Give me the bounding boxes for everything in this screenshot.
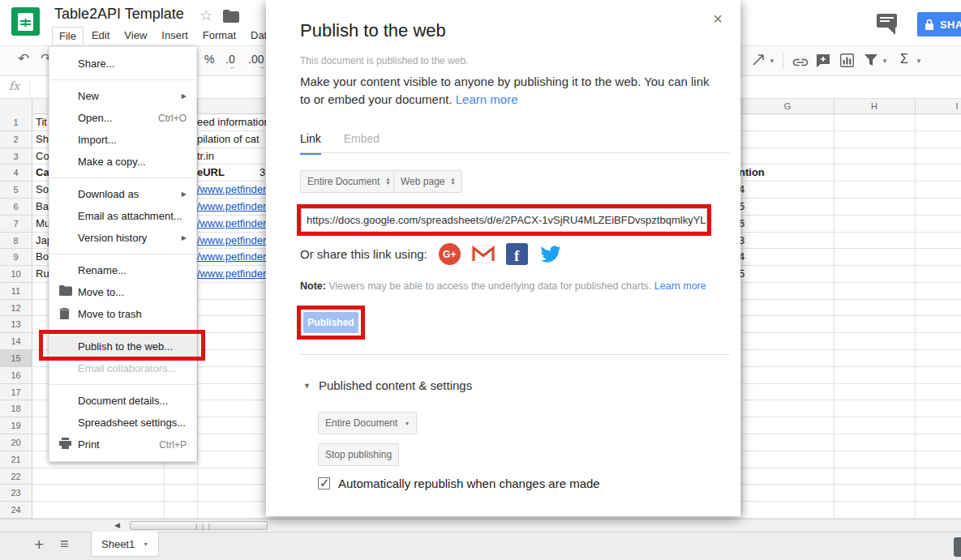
menubar-item-file[interactable]: File	[52, 27, 84, 45]
row-header-8[interactable]: 8	[0, 233, 32, 250]
share-button[interactable]: SHARE	[917, 12, 961, 36]
row-header-17[interactable]: 17	[0, 384, 32, 401]
cell-text: /www.petfinder	[197, 216, 266, 233]
horizontal-scrollbar[interactable]: ◀ ❘❘❘	[0, 519, 961, 532]
filter-icon[interactable]	[864, 54, 877, 68]
sheet-tab-sheet1[interactable]: Sheet1 ▼	[91, 532, 159, 557]
close-icon[interactable]: ×	[713, 10, 723, 28]
row-header-4[interactable]: 4	[0, 165, 32, 182]
undo-icon[interactable]: ↶	[18, 50, 29, 67]
column-header-i[interactable]: I	[955, 101, 958, 111]
menu-item-move-to-trash[interactable]: Move to trash	[49, 303, 196, 325]
insert-link-icon[interactable]	[792, 56, 809, 69]
row-header-24[interactable]: 24	[0, 502, 32, 519]
note-learn-more-link[interactable]: Learn more	[654, 280, 706, 292]
row-header-9[interactable]: 9	[0, 249, 32, 266]
row-header-20[interactable]: 20	[0, 434, 32, 451]
menu-item-make-a-copy[interactable]: Make a copy...	[49, 151, 196, 173]
all-sheets-icon[interactable]: ≡	[60, 536, 69, 553]
menu-item-open[interactable]: Open...Ctrl+O	[49, 107, 196, 129]
cell-text: Bo	[36, 249, 49, 266]
functions-icon[interactable]: Σ	[900, 52, 908, 66]
content-scope-selector[interactable]: Entire Document ▼	[318, 412, 417, 434]
cell-text: 3	[739, 233, 771, 250]
menu-item-version-history[interactable]: Version history▶	[49, 227, 196, 249]
column-header-g[interactable]: G	[784, 101, 792, 111]
row-header-15[interactable]: 15	[0, 350, 32, 367]
row-header-7[interactable]: 7	[0, 216, 32, 233]
tab-link[interactable]: Link	[300, 132, 321, 155]
filter-caret-icon[interactable]: ▼	[882, 58, 888, 65]
format-selector[interactable]: Web page ▲▼	[393, 170, 462, 193]
row-header-3[interactable]: 3	[0, 148, 32, 165]
add-sheet-icon[interactable]: +	[34, 535, 44, 554]
menubar-item-view[interactable]: View	[118, 27, 153, 45]
menubar-item-format[interactable]: Format	[196, 27, 242, 45]
note-label: Note:	[300, 280, 326, 292]
tab-embed[interactable]: Embed	[344, 132, 380, 155]
google-plus-icon[interactable]: G+	[439, 243, 461, 265]
menu-item-label: Make a copy...	[78, 156, 146, 168]
row-header-16[interactable]: 16	[0, 367, 32, 384]
menu-item-print[interactable]: PrintCtrl+P	[49, 434, 196, 455]
insert-chart-icon[interactable]	[840, 53, 854, 70]
column-header-h[interactable]: H	[871, 101, 877, 111]
row-header-12[interactable]: 12	[0, 300, 32, 317]
scope-selector[interactable]: Entire Document ▲▼	[300, 170, 397, 193]
insert-comment-icon[interactable]	[816, 53, 830, 71]
row-header-11[interactable]: 11	[0, 283, 32, 300]
menubar-item-edit[interactable]: Edit	[85, 27, 116, 45]
menu-item-import[interactable]: Import...	[49, 129, 196, 151]
menu-item-move-to[interactable]: Move to...	[49, 281, 196, 303]
row-header-6[interactable]: 6	[0, 199, 32, 216]
row-header-19[interactable]: 19	[0, 417, 32, 434]
comments-icon[interactable]	[877, 14, 897, 28]
explore-button[interactable]	[954, 537, 961, 557]
row-header-2[interactable]: 2	[0, 131, 32, 148]
menubar-item-insert[interactable]: Insert	[155, 27, 195, 45]
sheets-logo-icon[interactable]	[11, 7, 40, 36]
row-header-22[interactable]: 22	[0, 468, 32, 485]
menu-item-publish-to-the-web[interactable]: Publish to the web...	[49, 336, 196, 357]
menu-item-document-details[interactable]: Document details...	[49, 390, 196, 412]
move-folder-icon[interactable]	[223, 10, 239, 26]
sheet-tab-caret-icon[interactable]: ▼	[143, 541, 148, 547]
row-header-5[interactable]: 5	[0, 182, 32, 199]
menu-item-spreadsheet-settings[interactable]: Spreadsheet settings...	[49, 412, 196, 434]
format-percent-icon[interactable]: %	[204, 53, 214, 66]
document-title[interactable]: Table2API Template	[54, 6, 184, 23]
row-header-21[interactable]: 21	[0, 451, 32, 468]
learn-more-link[interactable]: Learn more	[456, 92, 518, 106]
row-header-1[interactable]: 1	[0, 114, 32, 131]
menu-item-email-as-attachment[interactable]: Email as attachment...	[49, 205, 196, 227]
menu-item-new[interactable]: New▶	[49, 85, 196, 107]
menu-item-download-as[interactable]: Download as▶	[49, 183, 196, 205]
text-rotation-icon[interactable]	[753, 54, 766, 68]
scrollbar-thumb[interactable]: ❘❘❘	[130, 521, 268, 530]
auto-republish-checkbox[interactable]: ✓	[318, 477, 330, 489]
row-header-23[interactable]: 23	[0, 485, 32, 502]
menu-item-label: Document details...	[78, 395, 168, 407]
menu-item-rename[interactable]: Rename...	[49, 259, 196, 281]
stop-publishing-button[interactable]: Stop publishing	[318, 443, 399, 466]
gmail-icon[interactable]	[471, 245, 496, 263]
publish-url-field[interactable]: https://docs.google.com/spreadsheets/d/e…	[301, 208, 707, 232]
menu-divider	[49, 177, 196, 178]
functions-caret-icon[interactable]: ▼	[916, 58, 922, 65]
row-header-18[interactable]: 18	[0, 400, 32, 417]
row-header-14[interactable]: 14	[0, 333, 32, 350]
facebook-icon[interactable]: f	[506, 243, 528, 265]
menu-item-share[interactable]: Share...	[49, 53, 196, 75]
select-all-corner[interactable]	[0, 99, 32, 114]
cell-text: /www.petfinder	[197, 233, 266, 250]
row-header-13[interactable]: 13	[0, 316, 32, 333]
text-rotation-caret-icon[interactable]: ▼	[769, 58, 775, 65]
menu-item-label: Open...	[78, 112, 113, 124]
row-header-10[interactable]: 10	[0, 266, 32, 283]
star-icon[interactable]: ☆	[199, 6, 212, 24]
scroll-left-icon[interactable]: ◀	[114, 521, 120, 529]
published-button[interactable]: Published	[303, 312, 358, 333]
cell-text: Sh	[36, 131, 49, 148]
published-settings-header[interactable]: ▼ Published content & settings	[303, 378, 472, 392]
twitter-icon[interactable]	[538, 244, 563, 264]
